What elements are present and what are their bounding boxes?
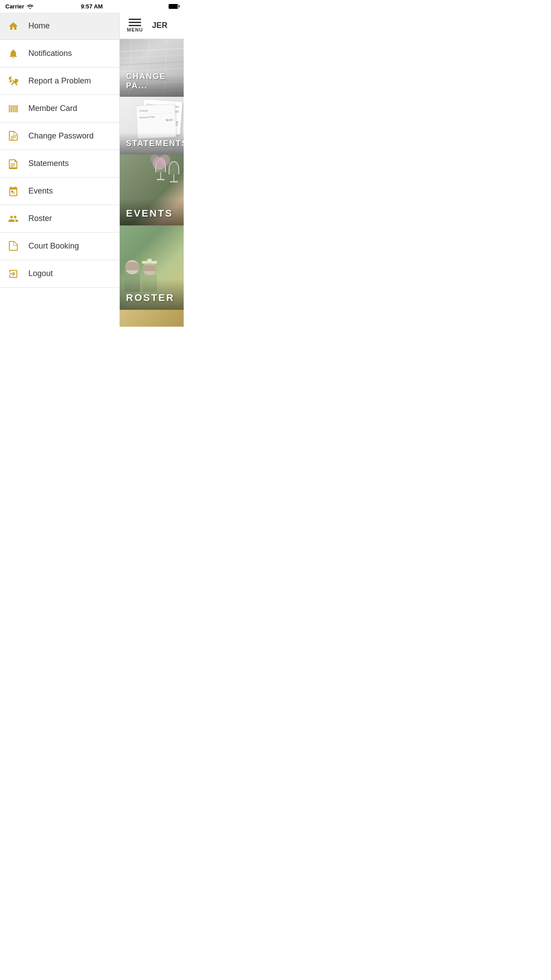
logout-label: Logout xyxy=(28,269,53,278)
svg-rect-1 xyxy=(10,105,11,112)
status-right xyxy=(169,4,178,9)
svg-text:30: 30 xyxy=(12,192,15,194)
wrench-icon xyxy=(7,75,20,87)
sidebar-item-logout[interactable]: Logout xyxy=(0,260,119,288)
svg-rect-4 xyxy=(13,105,14,112)
statements-icon xyxy=(7,158,20,170)
battery-icon xyxy=(169,4,178,9)
notifications-label: Notifications xyxy=(28,49,72,58)
sidebar-item-statements[interactable]: Statements xyxy=(0,150,119,178)
right-panel: MENU JER xyxy=(120,12,184,327)
sidebar-item-member-card[interactable]: Member Card xyxy=(0,95,119,122)
panel-header: MENU JER xyxy=(120,12,184,39)
wifi-icon xyxy=(27,4,34,9)
roster-label: Roster xyxy=(28,214,52,223)
sidebar-item-home[interactable]: Home xyxy=(0,12,119,40)
card-statements[interactable]: ChargeAmount Paid $0.00 Charge Amount Pa… xyxy=(120,97,184,154)
menu-label: MENU xyxy=(127,27,143,32)
statements-label: Statements xyxy=(28,159,69,168)
events-label: Events xyxy=(28,186,53,196)
svg-rect-5 xyxy=(15,105,15,112)
court-booking-label: Court Booking xyxy=(28,241,79,251)
card-court-booking[interactable] xyxy=(120,310,184,327)
card-roster-label: ROSTER xyxy=(126,292,175,304)
sidebar-item-change-password[interactable]: Change Password xyxy=(0,122,119,150)
card-change-password-label: CHANGE PA... xyxy=(126,72,184,91)
card-statements-label: STATEMENTS xyxy=(126,139,184,148)
svg-rect-0 xyxy=(9,105,10,112)
barcode-icon xyxy=(7,103,20,115)
sidebar: Home Notifications Report a Problem xyxy=(0,12,120,327)
svg-rect-3 xyxy=(12,105,13,112)
court-booking-icon xyxy=(7,240,20,253)
sidebar-item-events[interactable]: 30 Events xyxy=(0,178,119,205)
hamburger-menu-button[interactable]: MENU xyxy=(127,19,143,32)
app-container: Home Notifications Report a Problem xyxy=(0,12,184,327)
status-bar: Carrier 9:57 AM xyxy=(0,0,184,12)
card-roster[interactable]: ROSTER xyxy=(120,225,184,310)
report-problem-label: Report a Problem xyxy=(28,76,91,86)
home-icon xyxy=(7,20,20,32)
sidebar-item-roster[interactable]: Roster xyxy=(0,205,119,233)
svg-rect-7 xyxy=(17,105,18,112)
carrier-label: Carrier xyxy=(5,3,24,10)
sidebar-item-report-problem[interactable]: Report a Problem xyxy=(0,67,119,95)
card-change-password[interactable]: CHANGE PA... xyxy=(120,39,184,97)
change-password-label: Change Password xyxy=(28,131,94,141)
card-events[interactable]: EVENTS xyxy=(120,154,184,225)
svg-rect-2 xyxy=(11,105,12,112)
sidebar-item-court-booking[interactable]: Court Booking xyxy=(0,233,119,260)
cards-container: CHANGE PA... ChargeAmount Paid $0.00 Cha… xyxy=(120,39,184,327)
hamburger-line-1 xyxy=(129,19,141,20)
battery-fill xyxy=(169,4,177,8)
svg-rect-6 xyxy=(16,105,16,112)
card-events-label: EVENTS xyxy=(126,208,173,219)
logout-icon xyxy=(7,268,20,280)
sidebar-item-notifications[interactable]: Notifications xyxy=(0,40,119,67)
home-label: Home xyxy=(28,21,50,31)
status-left: Carrier xyxy=(5,3,34,10)
member-card-label: Member Card xyxy=(28,104,77,113)
bell-icon xyxy=(7,47,20,60)
roster-icon xyxy=(7,213,20,225)
document-icon-1 xyxy=(7,130,20,142)
status-time: 9:57 AM xyxy=(81,3,102,10)
user-name: JER xyxy=(152,21,167,30)
calendar-icon: 30 xyxy=(7,185,20,198)
hamburger-line-3 xyxy=(129,25,141,26)
hamburger-line-2 xyxy=(129,22,141,23)
